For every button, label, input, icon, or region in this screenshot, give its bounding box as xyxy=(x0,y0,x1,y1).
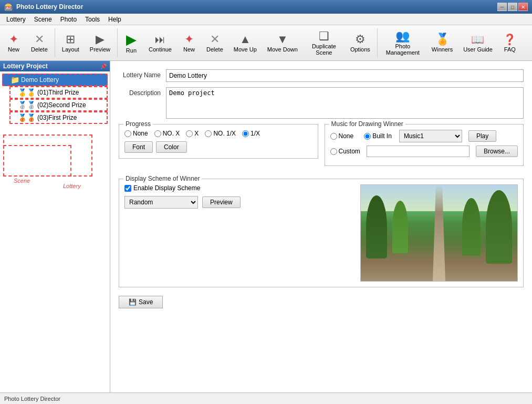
music-none-radio[interactable] xyxy=(330,133,337,140)
music-none-label[interactable]: None xyxy=(330,132,354,140)
progress-no1x[interactable]: NO. 1/X xyxy=(205,130,236,137)
window-controls: ─ □ ✕ xyxy=(497,3,528,11)
menu-photo[interactable]: Photo xyxy=(56,15,81,24)
music-select[interactable]: Music1 Music2 Music3 xyxy=(399,130,462,142)
main-area: Lottery Project 📌 − 📁 Demo Lottery 🥇 (01… xyxy=(0,61,532,392)
duplicate-icon xyxy=(319,30,329,42)
expand-icon[interactable]: − xyxy=(3,77,11,83)
photo-mgmt-icon xyxy=(395,30,410,42)
close-button[interactable]: ✕ xyxy=(518,3,528,11)
userguide-icon xyxy=(471,34,484,45)
toolbar-userguide-btn[interactable]: User Guide xyxy=(458,26,497,59)
menu-help[interactable]: Help xyxy=(104,15,126,24)
maximize-button[interactable]: □ xyxy=(508,3,517,11)
toolbar-options-btn[interactable]: Options xyxy=(346,26,375,59)
winners-icon xyxy=(435,34,450,45)
save-button[interactable]: 💾 Save xyxy=(119,296,163,308)
music-title: Music for Drawing Winner xyxy=(329,120,405,128)
toolbar-new2-btn[interactable]: New xyxy=(178,26,201,59)
toolbar-layout-label: Layout xyxy=(62,46,79,53)
description-label: Description xyxy=(119,87,161,97)
tree-prize3-label: (03)First Prize xyxy=(37,114,77,121)
music-custom-label[interactable]: Custom xyxy=(330,148,360,155)
new2-icon xyxy=(184,34,194,45)
progress-no1x-radio[interactable] xyxy=(205,130,212,137)
description-row: Description Demo project xyxy=(119,87,524,119)
toolbar-run-btn[interactable]: Run xyxy=(120,26,143,59)
toolbar-faq-btn[interactable]: FAQ xyxy=(498,26,521,59)
browse-button[interactable]: Browse... xyxy=(476,146,518,157)
toolbar-movedown-btn[interactable]: Move Down xyxy=(263,26,302,59)
toolbar-new2-label: New xyxy=(183,46,195,53)
progress-1x-radio[interactable] xyxy=(242,130,249,137)
toolbar-delete-btn[interactable]: Delete xyxy=(26,26,53,59)
delete-icon xyxy=(35,34,44,45)
toolbar-continue-btn[interactable]: Continue xyxy=(144,26,176,59)
enable-scheme-checkbox[interactable] xyxy=(124,185,131,192)
save-area: 💾 Save xyxy=(119,296,524,308)
music-builtin-radio[interactable] xyxy=(364,133,371,140)
lottery-annotation-label: Lottery xyxy=(63,183,81,189)
tree-mid-left xyxy=(392,201,408,253)
save-icon: 💾 xyxy=(129,298,137,306)
app-title: Photo Lottery Director xyxy=(16,3,494,11)
scene-annotation-label: Scene xyxy=(14,178,30,184)
toolbar-new-btn[interactable]: New xyxy=(2,26,25,59)
progress-none-radio[interactable] xyxy=(124,130,131,137)
custom-music-input[interactable] xyxy=(367,146,470,157)
pin-icon[interactable]: 📌 xyxy=(100,64,107,69)
toolbar-layout-btn[interactable]: Layout xyxy=(57,26,84,59)
toolbar-moveup-label: Move Up xyxy=(234,46,257,53)
toolbar-winners-btn[interactable]: Winners xyxy=(427,26,457,59)
font-button[interactable]: Font xyxy=(124,141,153,153)
progress-x[interactable]: X xyxy=(186,130,199,137)
enable-scheme-row: Enable Display Scheme xyxy=(124,184,352,192)
progress-none[interactable]: None xyxy=(124,130,148,137)
toolbar-delete2-btn[interactable]: Delete xyxy=(202,26,228,59)
lottery-name-input[interactable] xyxy=(166,69,524,82)
tree-node-prize2[interactable]: 🥈 (02)Second Prize xyxy=(9,99,108,111)
scheme-preview-button[interactable]: Preview xyxy=(202,196,241,208)
music-custom-radio[interactable] xyxy=(330,148,337,155)
music-custom-row: Custom Browse... xyxy=(330,146,518,157)
toolbar-duplicate-btn[interactable]: Duplicate Scene xyxy=(304,26,345,59)
scheme-select[interactable]: Random Fade In Slide Left Slide Right xyxy=(124,196,198,209)
status-bar: Photo Lottery Director xyxy=(0,392,532,404)
scheme-select-row: Random Fade In Slide Left Slide Right Pr… xyxy=(124,196,352,209)
display-scheme-left: Enable Display Scheme Random Fade In Sli… xyxy=(124,184,352,209)
music-none-row: None Built In Music1 Music2 Music3 Play xyxy=(330,130,518,142)
progress-x-radio[interactable] xyxy=(186,130,193,137)
tree-right xyxy=(486,190,512,264)
toolbar-winners-label: Winners xyxy=(432,46,453,53)
toolbar-sep1 xyxy=(55,28,55,57)
progress-1x[interactable]: 1/X xyxy=(242,130,260,137)
menu-lottery[interactable]: Lottery xyxy=(2,15,30,24)
tree-mid-right xyxy=(462,198,481,256)
tree-node-prize1[interactable]: 🥇 (01)Third Prize xyxy=(9,86,108,99)
play-button[interactable]: Play xyxy=(468,130,496,142)
progress-nox-radio[interactable] xyxy=(154,130,161,137)
toolbar-options-label: Options xyxy=(350,46,370,53)
toolbar-photo-mgmt-btn[interactable]: Photo Management xyxy=(380,26,426,59)
lottery-name-row: Lottery Name xyxy=(119,69,524,82)
toolbar: New Delete Layout Preview Run Continue N… xyxy=(0,25,532,61)
scheme-preview-image xyxy=(360,184,518,282)
menu-scene[interactable]: Scene xyxy=(30,15,56,24)
menu-tools[interactable]: Tools xyxy=(81,15,104,24)
toolbar-preview-btn[interactable]: Preview xyxy=(85,26,115,59)
music-builtin-label[interactable]: Built In xyxy=(364,132,392,140)
tree-node-root[interactable]: − 📁 Demo Lottery xyxy=(2,74,108,86)
tree-left xyxy=(366,195,387,258)
enable-scheme-label[interactable]: Enable Display Scheme xyxy=(124,184,200,192)
tree-node-prize3[interactable]: 🥉 (03)First Prize xyxy=(9,111,108,124)
description-input[interactable]: Demo project xyxy=(166,87,524,119)
toolbar-new-label: New xyxy=(8,46,19,53)
toolbar-delete-label: Delete xyxy=(31,46,48,53)
lottery-name-label: Lottery Name xyxy=(119,69,161,79)
color-button[interactable]: Color xyxy=(156,141,187,153)
right-panel: Lottery Name Description Demo project Pr… xyxy=(110,61,532,392)
toolbar-moveup-btn[interactable]: Move Up xyxy=(229,26,262,59)
progress-radio-row: None NO. X X NO. 1/X 1/X xyxy=(124,130,312,137)
minimize-button[interactable]: ─ xyxy=(497,3,507,11)
progress-nox[interactable]: NO. X xyxy=(154,130,180,137)
